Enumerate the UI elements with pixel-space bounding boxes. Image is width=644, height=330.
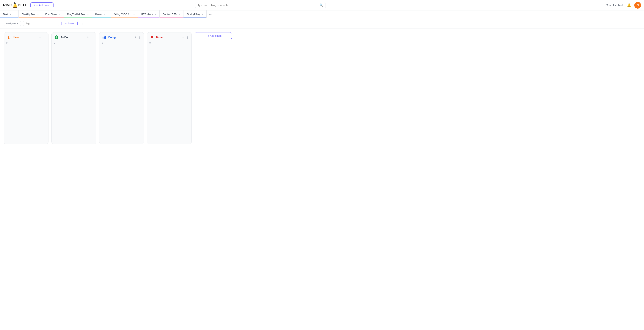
assignee-label: Assignee bbox=[6, 22, 16, 25]
svg-rect-5 bbox=[104, 36, 104, 39]
tab-close-gifing[interactable]: × bbox=[133, 13, 135, 16]
notification-bell-icon: 🔔 bbox=[627, 3, 631, 7]
add-board-button[interactable]: + + Add board bbox=[30, 2, 54, 8]
header: RING the 🔔 BELL + + Add board 🔍 Send fee… bbox=[0, 0, 644, 10]
column-add-button-done[interactable]: + bbox=[182, 35, 184, 39]
column-header-todo: To Do + ⋮ bbox=[54, 35, 94, 40]
tab-label-rtb-dev: RingTheBell Dev bbox=[67, 13, 86, 16]
column-count-ideas: 0 bbox=[6, 42, 46, 44]
column-more-button-doing[interactable]: ⋮ bbox=[138, 35, 142, 40]
tab-gifing[interactable]: Gifing / VDD / ... × bbox=[111, 10, 138, 18]
done-column-icon bbox=[149, 35, 154, 40]
tab-test[interactable]: Test × bbox=[0, 10, 19, 18]
ideas-column-icon bbox=[6, 35, 11, 40]
column-add-button-doing[interactable]: + bbox=[134, 35, 137, 39]
column-title-doing: Doing bbox=[108, 36, 133, 39]
tab-label-content: Content RTB bbox=[162, 13, 176, 16]
logo: RING the 🔔 BELL bbox=[3, 2, 28, 8]
tab-rtb-dev[interactable]: RingTheBell Dev × bbox=[64, 10, 92, 18]
add-stage-column: + + Add stage bbox=[195, 32, 232, 39]
add-stage-plus-icon: + bbox=[205, 34, 206, 37]
tab-close-content[interactable]: × bbox=[178, 13, 180, 16]
search-bar: 🔍 bbox=[195, 2, 326, 8]
column-title-todo: To Do bbox=[60, 36, 85, 39]
send-feedback-button[interactable]: Send feedback bbox=[606, 4, 624, 7]
tab-label-clarkup: ClarkUp Dev bbox=[22, 13, 36, 16]
column-more-button-ideas[interactable]: ⋮ bbox=[42, 35, 46, 40]
tab-close-clarkup[interactable]: × bbox=[37, 13, 39, 16]
tab-eran[interactable]: Eran Tasks × bbox=[42, 10, 64, 18]
tab-indicator-perso bbox=[92, 18, 111, 18]
add-board-label: + Add board bbox=[36, 4, 50, 7]
add-stage-button[interactable]: + + Add stage bbox=[195, 32, 232, 39]
add-stage-label: + Add stage bbox=[208, 34, 222, 37]
column-add-button-todo[interactable]: + bbox=[86, 35, 89, 39]
tab-close-rtb-dev[interactable]: × bbox=[87, 13, 89, 16]
avatar[interactable]: N bbox=[634, 2, 641, 8]
search-input[interactable] bbox=[198, 4, 318, 7]
column-ideas: Ideas + ⋮ 0 bbox=[4, 32, 48, 144]
column-header-done: Done + ⋮ bbox=[149, 35, 189, 40]
column-header-doing: Doing + ⋮ bbox=[102, 35, 142, 40]
column-count-doing: 0 bbox=[102, 42, 142, 44]
tab-close-stock[interactable]: × bbox=[201, 13, 204, 16]
column-count-done: 0 bbox=[149, 42, 189, 44]
tab-rtb-ideas[interactable]: RTB Ideas × bbox=[138, 10, 160, 18]
tab-label-gifing: Gifing / VDD / ... bbox=[114, 13, 132, 16]
tab-indicator-eran bbox=[42, 18, 64, 18]
share-button[interactable]: ↗ Share bbox=[62, 21, 78, 26]
search-icon: 🔍 bbox=[320, 3, 323, 7]
tab-close-test[interactable]: × bbox=[9, 13, 12, 16]
tab-perso[interactable]: Perso × bbox=[92, 10, 111, 18]
tab-indicator-clarkup bbox=[19, 18, 42, 18]
tab-label-test: Test bbox=[3, 13, 8, 16]
tab-indicator-rtb-ideas bbox=[138, 18, 160, 18]
tab-indicator-stock bbox=[184, 18, 206, 18]
column-count-todo: 0 bbox=[54, 42, 94, 44]
tab-indicator-rtb-dev bbox=[64, 18, 92, 18]
column-title-ideas: Ideas bbox=[13, 36, 37, 39]
share-icon: ↗ bbox=[65, 22, 67, 25]
notification-bell-button[interactable]: 🔔 bbox=[627, 3, 631, 8]
tabs-bar: Test × ClarkUp Dev × Eran Tasks × RingTh… bbox=[0, 10, 644, 18]
column-done: Done + ⋮ 0 bbox=[147, 32, 192, 144]
tab-label-rtb-ideas: RTB Ideas bbox=[141, 13, 153, 16]
logo-bell-text: BELL bbox=[18, 3, 28, 7]
column-actions-todo: + ⋮ bbox=[86, 35, 94, 40]
tab-indicator-test bbox=[0, 18, 18, 18]
tab-label-perso: Perso bbox=[95, 13, 102, 16]
toolbar: Assignee ▾ ↗ Share ⋮ bbox=[0, 18, 644, 28]
svg-rect-2 bbox=[8, 36, 9, 38]
tab-close-eran[interactable]: × bbox=[59, 13, 61, 16]
assignee-dropdown[interactable]: Assignee ▾ bbox=[4, 21, 21, 26]
logo-ring: RING bbox=[3, 3, 12, 7]
share-label: Share bbox=[68, 22, 74, 25]
tab-indicator-gifing bbox=[111, 18, 138, 18]
tab-label-eran: Eran Tasks bbox=[45, 13, 57, 16]
tabs-more-button[interactable]: ··· bbox=[206, 10, 214, 18]
tab-close-perso[interactable]: × bbox=[103, 13, 105, 16]
column-todo: To Do + ⋮ 0 bbox=[52, 32, 96, 144]
add-board-plus-icon: + bbox=[34, 4, 35, 7]
tag-input[interactable] bbox=[23, 21, 59, 26]
column-more-button-done[interactable]: ⋮ bbox=[186, 35, 189, 40]
tab-content[interactable]: Content RTB × bbox=[160, 10, 184, 18]
column-actions-done: + ⋮ bbox=[182, 35, 189, 40]
assignee-chevron-icon: ▾ bbox=[17, 22, 18, 25]
toolbar-more-button[interactable]: ⋮ bbox=[80, 20, 85, 26]
board: Ideas + ⋮ 0 To Do + ⋮ 0 Doing bbox=[0, 28, 644, 327]
column-doing: Doing + ⋮ 0 bbox=[99, 32, 144, 144]
logo-bell-icon: 🔔 bbox=[12, 4, 18, 8]
tab-indicator-content bbox=[160, 18, 183, 18]
doing-column-icon bbox=[102, 35, 107, 40]
column-more-button-todo[interactable]: ⋮ bbox=[90, 35, 94, 40]
column-add-button-ideas[interactable]: + bbox=[39, 35, 41, 39]
column-title-done: Done bbox=[156, 36, 180, 39]
tab-close-rtb-ideas[interactable]: × bbox=[154, 13, 156, 16]
column-actions-doing: + ⋮ bbox=[134, 35, 142, 40]
tab-clarkup[interactable]: ClarkUp Dev × bbox=[19, 10, 42, 18]
header-right: Send feedback 🔔 N bbox=[606, 2, 641, 8]
logo-bell-wrapper: the 🔔 bbox=[12, 2, 18, 8]
column-actions-ideas: + ⋮ bbox=[39, 35, 46, 40]
tab-stock[interactable]: Stock (P&A) × bbox=[184, 10, 206, 18]
